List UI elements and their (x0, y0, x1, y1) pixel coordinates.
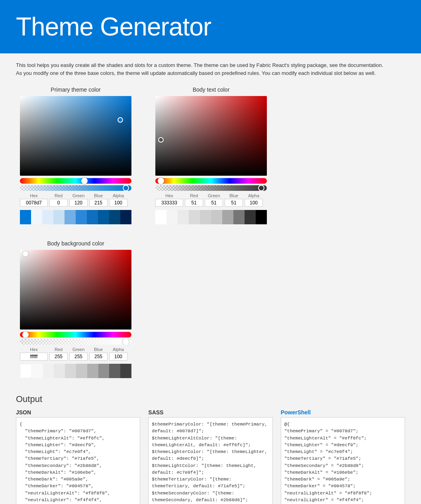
text-red-input[interactable] (185, 199, 203, 207)
primary-red-input[interactable] (49, 199, 68, 207)
bg-swatch-3[interactable] (43, 364, 54, 378)
powershell-textarea[interactable] (281, 417, 405, 504)
primary-gradient-handle (117, 117, 123, 123)
background-blue-group: Blue (89, 347, 108, 361)
bg-swatch-6[interactable] (76, 364, 87, 378)
primary-hue-slider[interactable] (20, 178, 131, 184)
background-alpha-container (20, 339, 131, 345)
background-red-label: Red (55, 347, 63, 352)
primary-blue-input[interactable] (89, 199, 108, 207)
primary-swatch-8[interactable] (98, 210, 109, 224)
description: This tool helps you easily create all th… (16, 61, 405, 77)
background-gradient-box[interactable] (20, 250, 131, 329)
text-swatch-4[interactable] (189, 210, 200, 224)
output-section: Output JSON SASS PowerShell (16, 394, 405, 504)
background-hex-label: Hex (30, 347, 38, 352)
primary-swatches (20, 210, 131, 224)
text-swatch-3[interactable] (178, 210, 189, 224)
background-hue-slider[interactable] (20, 332, 131, 337)
primary-swatch-9[interactable] (109, 210, 120, 224)
text-alpha-slider[interactable] (155, 185, 267, 191)
primary-blue-group: Blue (89, 193, 108, 207)
bg-swatch-9[interactable] (109, 364, 120, 378)
background-color-inputs: Hex Red Green Blue Alpha (20, 347, 131, 361)
text-blue-label: Blue (229, 193, 238, 198)
text-hex-input[interactable] (155, 199, 183, 207)
primary-swatch-10[interactable] (120, 210, 131, 224)
sass-panel-title: SASS (148, 409, 272, 416)
text-alpha-group: Alpha (245, 193, 263, 207)
text-alpha-input[interactable] (245, 199, 263, 207)
text-color-label: Body text color (193, 86, 230, 93)
background-hue-handle (22, 331, 29, 338)
background-alpha-handle (123, 339, 129, 345)
primary-swatch-1[interactable] (20, 210, 31, 224)
primary-gradient-box[interactable] (20, 96, 131, 176)
bg-swatch-5[interactable] (65, 364, 76, 378)
primary-color-picker: Primary theme color Hex (16, 86, 135, 224)
background-green-input[interactable] (69, 353, 88, 361)
bg-swatch-8[interactable] (98, 364, 110, 378)
text-color-picker: Body text color Hex (151, 86, 271, 224)
primary-swatch-7[interactable] (87, 210, 98, 224)
output-title: Output (16, 394, 405, 404)
background-red-input[interactable] (49, 353, 68, 361)
powershell-panel: PowerShell (281, 409, 405, 504)
text-swatch-6[interactable] (211, 210, 222, 224)
text-swatch-2[interactable] (166, 210, 178, 224)
sass-textarea[interactable] (148, 417, 272, 504)
text-red-group: Red (185, 193, 203, 207)
background-color-picker: Body background color Hex (16, 240, 135, 378)
primary-green-input[interactable] (69, 199, 88, 207)
header: Theme Generator (0, 0, 421, 53)
primary-hue-handle (81, 178, 88, 184)
bg-swatch-7[interactable] (87, 364, 98, 378)
text-swatch-10[interactable] (256, 210, 267, 224)
powershell-panel-title: PowerShell (281, 409, 405, 416)
text-swatch-8[interactable] (233, 210, 245, 224)
bg-swatch-10[interactable] (120, 364, 131, 378)
text-green-input[interactable] (205, 199, 223, 207)
background-blue-input[interactable] (89, 353, 108, 361)
primary-green-label: Green (72, 193, 85, 198)
primary-alpha-slider[interactable] (20, 185, 131, 191)
primary-alpha-label: Alpha (113, 193, 124, 198)
background-hex-input[interactable] (20, 353, 48, 361)
background-alpha-slider[interactable] (20, 339, 131, 345)
primary-red-group: Red (49, 193, 68, 207)
text-swatch-5[interactable] (200, 210, 211, 224)
bg-swatch-1[interactable] (20, 364, 32, 378)
text-swatch-1[interactable] (155, 210, 166, 224)
text-hue-slider[interactable] (155, 178, 267, 184)
text-gradient-handle (158, 137, 164, 143)
text-red-label: Red (190, 193, 198, 198)
text-alpha-container (155, 185, 267, 191)
bg-swatch-2[interactable] (32, 364, 43, 378)
text-color-inputs: Hex Red Green Blue Alpha (155, 193, 267, 207)
text-hue-container (155, 178, 267, 184)
color-pickers-row: Primary theme color Hex (16, 86, 405, 378)
primary-blue-label: Blue (94, 193, 103, 198)
text-swatch-7[interactable] (222, 210, 233, 224)
text-swatches (155, 210, 267, 224)
text-blue-input[interactable] (225, 199, 243, 207)
primary-swatch-6[interactable] (76, 210, 87, 224)
primary-swatch-5[interactable] (65, 210, 76, 224)
text-gradient-box[interactable] (155, 96, 267, 176)
primary-hex-input[interactable] (20, 199, 48, 207)
background-alpha-input[interactable] (109, 353, 127, 361)
text-alpha-overlay (155, 185, 267, 191)
primary-alpha-input[interactable] (109, 199, 127, 207)
output-panels: JSON SASS PowerShell (16, 409, 405, 504)
primary-red-label: Red (55, 193, 63, 198)
bg-swatch-4[interactable] (54, 364, 65, 378)
json-textarea[interactable] (16, 417, 140, 504)
text-swatch-9[interactable] (245, 210, 256, 224)
json-panel: JSON (16, 409, 140, 504)
primary-swatch-3[interactable] (42, 210, 53, 224)
description-line1: This tool helps you easily create all th… (16, 61, 405, 69)
primary-swatch-2[interactable] (31, 210, 42, 224)
background-swatches (20, 364, 131, 378)
primary-swatch-4[interactable] (53, 210, 65, 224)
background-gradient-handle (23, 251, 28, 257)
